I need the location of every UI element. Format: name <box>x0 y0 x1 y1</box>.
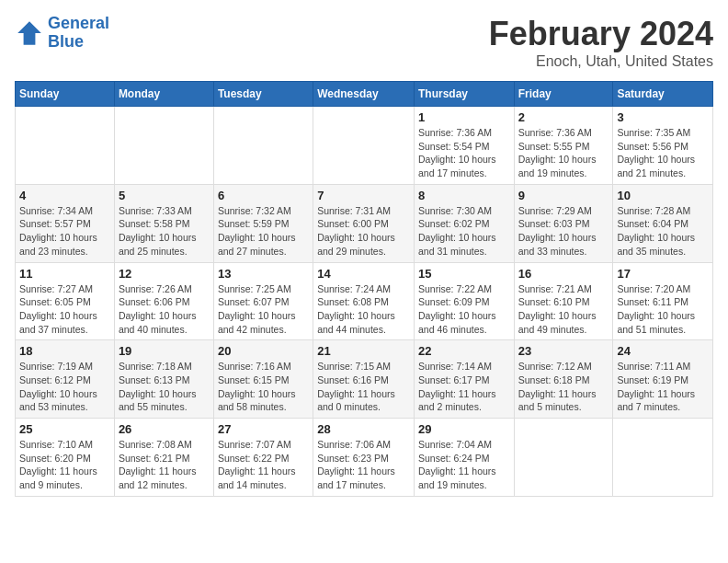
header: General Blue February 2024 Enoch, Utah, … <box>15 15 713 70</box>
day-number: 19 <box>119 344 210 358</box>
day-number: 6 <box>218 189 309 202</box>
calendar-cell: 22Sunrise: 7:14 AM Sunset: 6:17 PM Dayli… <box>414 340 514 419</box>
day-info: Sunrise: 7:14 AM Sunset: 6:17 PM Dayligh… <box>418 360 510 414</box>
day-info: Sunrise: 7:06 AM Sunset: 6:23 PM Dayligh… <box>317 438 410 492</box>
day-number: 12 <box>119 267 210 281</box>
calendar-cell: 25Sunrise: 7:10 AM Sunset: 6:20 PM Dayli… <box>16 419 115 497</box>
calendar-cell: 4Sunrise: 7:34 AM Sunset: 5:57 PM Daylig… <box>16 184 115 262</box>
calendar-cell: 16Sunrise: 7:21 AM Sunset: 6:10 PM Dayli… <box>514 262 613 340</box>
day-number: 25 <box>19 422 110 436</box>
day-number: 22 <box>418 344 510 358</box>
svg-marker-0 <box>17 21 41 45</box>
day-info: Sunrise: 7:21 AM Sunset: 6:10 PM Dayligh… <box>518 282 609 337</box>
calendar-cell <box>514 419 613 497</box>
calendar-cell: 17Sunrise: 7:20 AM Sunset: 6:11 PM Dayli… <box>613 262 713 340</box>
day-number: 1 <box>418 110 510 124</box>
day-number: 13 <box>218 267 309 281</box>
day-info: Sunrise: 7:12 AM Sunset: 6:18 PM Dayligh… <box>518 360 609 414</box>
calendar-cell: 23Sunrise: 7:12 AM Sunset: 6:18 PM Dayli… <box>514 340 613 419</box>
day-info: Sunrise: 7:35 AM Sunset: 5:56 PM Dayligh… <box>617 126 709 180</box>
column-header-sunday: Sunday <box>16 82 115 107</box>
day-info: Sunrise: 7:36 AM Sunset: 5:55 PM Dayligh… <box>518 126 609 180</box>
day-info: Sunrise: 7:24 AM Sunset: 6:08 PM Dayligh… <box>317 282 410 337</box>
column-header-wednesday: Wednesday <box>313 82 415 107</box>
day-number: 23 <box>518 344 609 358</box>
logo-blue: Blue <box>48 33 109 52</box>
main-title: February 2024 <box>489 15 713 53</box>
day-info: Sunrise: 7:04 AM Sunset: 6:24 PM Dayligh… <box>418 438 510 492</box>
day-number: 4 <box>19 189 110 202</box>
day-number: 21 <box>317 344 410 358</box>
day-info: Sunrise: 7:07 AM Sunset: 6:22 PM Dayligh… <box>218 438 309 492</box>
day-info: Sunrise: 7:30 AM Sunset: 6:02 PM Dayligh… <box>418 204 510 259</box>
day-number: 27 <box>218 422 309 436</box>
day-info: Sunrise: 7:34 AM Sunset: 5:57 PM Dayligh… <box>19 204 110 259</box>
logo-icon <box>15 18 44 48</box>
title-area: February 2024 Enoch, Utah, United States <box>489 15 713 70</box>
day-number: 16 <box>518 267 609 281</box>
location-subtitle: Enoch, Utah, United States <box>489 53 713 70</box>
day-info: Sunrise: 7:36 AM Sunset: 5:54 PM Dayligh… <box>418 126 510 180</box>
calendar-header-row: SundayMondayTuesdayWednesdayThursdayFrid… <box>16 82 713 107</box>
day-info: Sunrise: 7:31 AM Sunset: 6:00 PM Dayligh… <box>317 204 410 259</box>
calendar-cell: 27Sunrise: 7:07 AM Sunset: 6:22 PM Dayli… <box>213 419 313 497</box>
day-info: Sunrise: 7:19 AM Sunset: 6:12 PM Dayligh… <box>19 360 110 414</box>
day-info: Sunrise: 7:28 AM Sunset: 6:04 PM Dayligh… <box>617 204 709 259</box>
calendar-cell: 6Sunrise: 7:32 AM Sunset: 5:59 PM Daylig… <box>213 184 313 262</box>
column-header-monday: Monday <box>114 82 213 107</box>
day-info: Sunrise: 7:18 AM Sunset: 6:13 PM Dayligh… <box>119 360 210 414</box>
calendar-week-row: 25Sunrise: 7:10 AM Sunset: 6:20 PM Dayli… <box>16 419 713 497</box>
day-number: 15 <box>418 267 510 281</box>
calendar-cell: 19Sunrise: 7:18 AM Sunset: 6:13 PM Dayli… <box>114 340 213 419</box>
calendar-cell <box>213 107 313 185</box>
day-info: Sunrise: 7:08 AM Sunset: 6:21 PM Dayligh… <box>119 438 210 492</box>
calendar-week-row: 11Sunrise: 7:27 AM Sunset: 6:05 PM Dayli… <box>16 262 713 340</box>
column-header-tuesday: Tuesday <box>213 82 313 107</box>
day-info: Sunrise: 7:29 AM Sunset: 6:03 PM Dayligh… <box>518 204 609 259</box>
calendar-cell: 20Sunrise: 7:16 AM Sunset: 6:15 PM Dayli… <box>213 340 313 419</box>
day-number: 29 <box>418 422 510 436</box>
day-info: Sunrise: 7:11 AM Sunset: 6:19 PM Dayligh… <box>617 360 709 414</box>
calendar-week-row: 4Sunrise: 7:34 AM Sunset: 5:57 PM Daylig… <box>16 184 713 262</box>
day-info: Sunrise: 7:20 AM Sunset: 6:11 PM Dayligh… <box>617 282 709 337</box>
day-number: 18 <box>19 344 110 358</box>
calendar-week-row: 18Sunrise: 7:19 AM Sunset: 6:12 PM Dayli… <box>16 340 713 419</box>
calendar-cell: 9Sunrise: 7:29 AM Sunset: 6:03 PM Daylig… <box>514 184 613 262</box>
calendar-cell: 21Sunrise: 7:15 AM Sunset: 6:16 PM Dayli… <box>313 340 415 419</box>
day-info: Sunrise: 7:25 AM Sunset: 6:07 PM Dayligh… <box>218 282 309 337</box>
day-number: 14 <box>317 267 410 281</box>
calendar-cell: 8Sunrise: 7:30 AM Sunset: 6:02 PM Daylig… <box>414 184 514 262</box>
calendar-week-row: 1Sunrise: 7:36 AM Sunset: 5:54 PM Daylig… <box>16 107 713 185</box>
day-number: 28 <box>317 422 410 436</box>
logo-text: General Blue <box>48 15 109 52</box>
calendar-cell: 3Sunrise: 7:35 AM Sunset: 5:56 PM Daylig… <box>613 107 713 185</box>
day-number: 17 <box>617 267 709 281</box>
column-header-saturday: Saturday <box>613 82 713 107</box>
day-number: 11 <box>19 267 110 281</box>
calendar-cell: 11Sunrise: 7:27 AM Sunset: 6:05 PM Dayli… <box>16 262 115 340</box>
day-number: 26 <box>119 422 210 436</box>
calendar-cell <box>114 107 213 185</box>
day-info: Sunrise: 7:27 AM Sunset: 6:05 PM Dayligh… <box>19 282 110 337</box>
calendar-table: SundayMondayTuesdayWednesdayThursdayFrid… <box>15 81 713 497</box>
calendar-cell: 28Sunrise: 7:06 AM Sunset: 6:23 PM Dayli… <box>313 419 415 497</box>
day-number: 8 <box>418 189 510 202</box>
day-number: 5 <box>119 189 210 202</box>
day-number: 24 <box>617 344 709 358</box>
calendar-cell: 18Sunrise: 7:19 AM Sunset: 6:12 PM Dayli… <box>16 340 115 419</box>
calendar-cell: 29Sunrise: 7:04 AM Sunset: 6:24 PM Dayli… <box>414 419 514 497</box>
calendar-cell: 1Sunrise: 7:36 AM Sunset: 5:54 PM Daylig… <box>414 107 514 185</box>
calendar-cell: 7Sunrise: 7:31 AM Sunset: 6:00 PM Daylig… <box>313 184 415 262</box>
logo: General Blue <box>15 15 109 52</box>
day-number: 20 <box>218 344 309 358</box>
calendar-cell <box>16 107 115 185</box>
calendar-cell: 12Sunrise: 7:26 AM Sunset: 6:06 PM Dayli… <box>114 262 213 340</box>
column-header-friday: Friday <box>514 82 613 107</box>
calendar-cell: 15Sunrise: 7:22 AM Sunset: 6:09 PM Dayli… <box>414 262 514 340</box>
day-info: Sunrise: 7:10 AM Sunset: 6:20 PM Dayligh… <box>19 438 110 492</box>
day-info: Sunrise: 7:33 AM Sunset: 5:58 PM Dayligh… <box>119 204 210 259</box>
day-number: 3 <box>617 110 709 124</box>
day-number: 7 <box>317 189 410 202</box>
column-header-thursday: Thursday <box>414 82 514 107</box>
calendar-cell: 13Sunrise: 7:25 AM Sunset: 6:07 PM Dayli… <box>213 262 313 340</box>
